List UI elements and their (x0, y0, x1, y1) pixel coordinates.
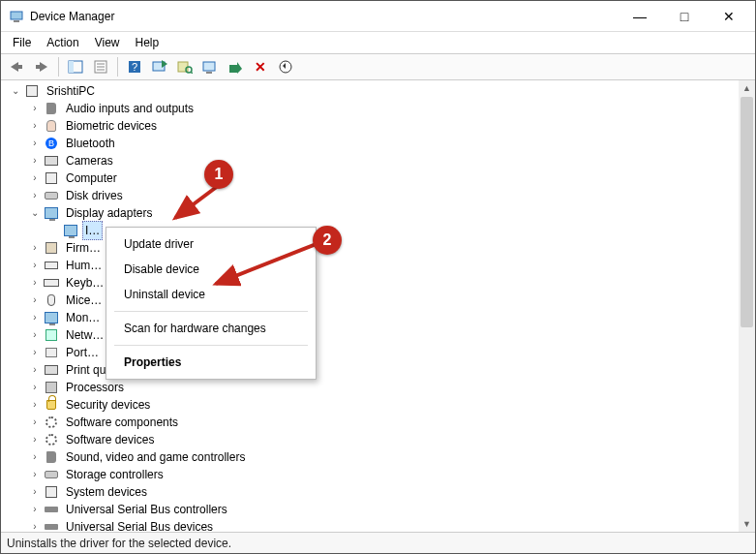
context-menu-update-driver[interactable]: Update driver (106, 231, 316, 257)
chevron-right-icon[interactable]: › (28, 135, 42, 152)
category-label[interactable]: Mon… (63, 309, 103, 326)
category-label[interactable]: Disk drives (63, 187, 126, 204)
category-software-components[interactable]: ›Software components (28, 414, 755, 431)
category-label[interactable]: Computer (63, 169, 120, 187)
chevron-right-icon[interactable]: › (28, 152, 42, 169)
chevron-right-icon[interactable]: › (28, 344, 42, 361)
category-label[interactable]: Processors (63, 379, 127, 396)
disk-icon (44, 188, 59, 203)
menu-view[interactable]: View (87, 34, 128, 51)
toolbar: ? ✕ (1, 53, 755, 80)
chevron-right-icon[interactable]: › (28, 117, 42, 135)
chevron-down-icon[interactable]: ⌄ (28, 204, 42, 222)
show-hide-tree-button[interactable] (64, 55, 87, 78)
chevron-right-icon[interactable]: › (28, 483, 42, 501)
annotation-badge-2: 2 (313, 226, 342, 255)
root-label[interactable]: SrishtiPC (44, 82, 98, 100)
category-label[interactable]: Software devices (63, 431, 157, 448)
category-audio-inputs-and-outputs[interactable]: ›Audio inputs and outputs (28, 100, 755, 117)
category-label[interactable]: Software components (63, 414, 181, 431)
category-biometric-devices[interactable]: ›Biometric devices (28, 117, 755, 135)
category-label[interactable]: Port… (63, 344, 102, 361)
category-cameras[interactable]: ›Cameras (28, 152, 755, 169)
category-label[interactable]: Netw… (63, 326, 106, 344)
chevron-right-icon[interactable]: › (28, 396, 42, 414)
category-label[interactable]: Storage controllers (63, 466, 166, 483)
chevron-right-icon[interactable]: › (28, 292, 42, 309)
update-driver-toolbar-button[interactable] (148, 55, 171, 78)
category-bluetooth[interactable]: ›BBluetooth (28, 135, 755, 152)
category-label[interactable]: Audio inputs and outputs (63, 100, 197, 117)
print-toolbar-button[interactable] (274, 55, 297, 78)
scroll-track[interactable] (739, 97, 755, 516)
chevron-right-icon[interactable]: › (28, 466, 42, 483)
chevron-right-icon[interactable]: › (28, 361, 42, 379)
menu-action[interactable]: Action (39, 34, 86, 51)
category-label[interactable]: Cameras (63, 152, 116, 169)
category-label[interactable]: Hum… (63, 257, 105, 274)
chevron-down-icon[interactable]: ⌄ (9, 82, 22, 100)
category-universal-serial-bus-controllers[interactable]: ›Universal Serial Bus controllers (28, 501, 755, 518)
context-menu-disable-device[interactable]: Disable device (106, 257, 316, 282)
maximize-button[interactable]: □ (662, 1, 707, 31)
close-button[interactable]: ✕ (707, 1, 751, 31)
category-label[interactable]: System devices (63, 483, 150, 501)
chevron-right-icon[interactable]: › (28, 431, 42, 448)
chevron-right-icon[interactable]: › (28, 448, 42, 466)
tree-root[interactable]: ⌄SrishtiPC (9, 82, 755, 100)
category-display-adapters[interactable]: ⌄Display adapters (28, 204, 755, 222)
chevron-right-icon[interactable]: › (28, 518, 42, 533)
category-security-devices[interactable]: ›Security devices (28, 396, 755, 414)
chevron-right-icon[interactable]: › (28, 239, 42, 257)
scroll-thumb[interactable] (741, 97, 753, 327)
category-label[interactable]: Firm… (63, 239, 104, 257)
category-storage-controllers[interactable]: ›Storage controllers (28, 466, 755, 483)
context-menu-scan-for-hardware-changes[interactable]: Scan for hardware changes (106, 316, 316, 341)
context-menu-uninstall-device[interactable]: Uninstall device (106, 282, 316, 307)
context-menu-properties[interactable]: Properties (106, 350, 316, 375)
uninstall-toolbar-button[interactable]: ✕ (249, 55, 272, 78)
help-toolbar-button[interactable]: ? (123, 55, 146, 78)
chevron-right-icon[interactable]: › (28, 309, 42, 326)
chevron-right-icon[interactable]: › (28, 169, 42, 187)
device-label[interactable]: I… (82, 221, 103, 240)
svg-rect-5 (36, 65, 41, 69)
scan-hardware-toolbar-button[interactable] (173, 55, 197, 78)
category-label[interactable]: Universal Serial Bus devices (63, 518, 216, 533)
category-software-devices[interactable]: ›Software devices (28, 431, 755, 448)
category-label[interactable]: Universal Serial Bus controllers (63, 501, 230, 518)
category-label[interactable]: Bluetooth (63, 135, 118, 152)
properties-toolbar-button[interactable] (89, 55, 112, 78)
chevron-right-icon[interactable]: › (28, 187, 42, 204)
category-label[interactable]: Mice… (63, 292, 105, 309)
menu-help[interactable]: Help (128, 34, 167, 51)
category-processors[interactable]: ›Processors (28, 379, 755, 396)
category-sound-video-and-game-controllers[interactable]: ›Sound, video and game controllers (28, 448, 755, 466)
minimize-button[interactable]: — (618, 1, 662, 31)
category-disk-drives[interactable]: ›Disk drives (28, 187, 755, 204)
category-system-devices[interactable]: ›System devices (28, 483, 755, 501)
chevron-right-icon[interactable]: › (28, 257, 42, 274)
chevron-right-icon[interactable]: › (28, 274, 42, 292)
add-legacy-toolbar-button[interactable] (198, 55, 222, 78)
menu-file[interactable]: File (5, 34, 39, 51)
category-label[interactable]: Security devices (63, 396, 153, 414)
chevron-right-icon[interactable]: › (28, 414, 42, 431)
forward-button[interactable] (30, 55, 53, 78)
chevron-right-icon[interactable]: › (28, 326, 42, 344)
menubar: File Action View Help (1, 32, 755, 53)
chevron-right-icon[interactable]: › (28, 501, 42, 518)
chevron-right-icon[interactable]: › (28, 379, 42, 396)
chevron-right-icon[interactable]: › (28, 100, 42, 117)
category-label[interactable]: Biometric devices (63, 117, 160, 135)
enable-toolbar-button[interactable] (224, 55, 247, 78)
vertical-scrollbar[interactable]: ▲ ▼ (739, 80, 755, 533)
category-label[interactable]: Keyb… (63, 274, 106, 292)
scroll-up-button[interactable]: ▲ (739, 80, 755, 97)
scroll-down-button[interactable]: ▼ (739, 515, 755, 532)
category-label[interactable]: Display adapters (63, 204, 155, 222)
back-button[interactable] (5, 55, 28, 78)
category-computer[interactable]: ›Computer (28, 169, 755, 187)
category-universal-serial-bus-devices[interactable]: ›Universal Serial Bus devices (28, 518, 755, 533)
category-label[interactable]: Sound, video and game controllers (63, 448, 248, 466)
